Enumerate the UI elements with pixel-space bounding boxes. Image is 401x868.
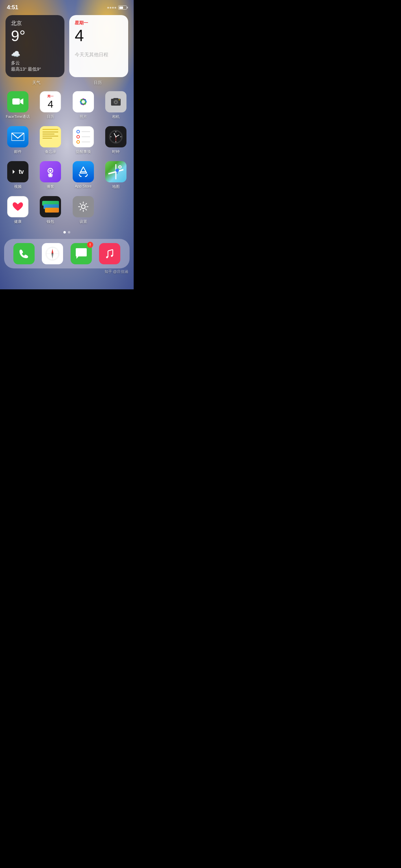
calendar-day: 4 [75, 27, 123, 45]
settings-icon [73, 196, 94, 217]
phone-dock-icon [13, 243, 35, 264]
battery-icon [118, 5, 127, 10]
wallet-label: 钱包 [47, 219, 54, 224]
app-row-1: FaceTime通话 周一 4 日历 [5, 91, 128, 119]
app-row-4: 健康 钱包 [5, 196, 128, 224]
app-empty [104, 196, 128, 224]
app-facetime[interactable]: FaceTime通话 [5, 91, 30, 119]
camera-icon [105, 91, 126, 112]
tv-icon: tv [7, 161, 28, 182]
wallet-icon [40, 196, 61, 217]
photos-label: 照片 [80, 114, 87, 119]
watermark-text: 知乎 @庄佳涵 [105, 269, 128, 274]
app-podcasts[interactable]: 播客 [38, 161, 63, 189]
dock-messages[interactable]: ! [69, 243, 94, 264]
appstore-icon [73, 161, 94, 182]
facetime-label: FaceTime通话 [6, 114, 30, 119]
clock-icon [105, 126, 126, 147]
page-dots [0, 231, 134, 233]
maps-label: 地图 [112, 184, 120, 189]
weather-range: 最高13° 最低9° [11, 66, 59, 72]
empty-slot [105, 196, 126, 217]
app-clock[interactable]: 时钟 [104, 126, 128, 154]
svg-point-30 [49, 170, 51, 172]
status-right [107, 5, 127, 10]
podcasts-icon [40, 161, 61, 182]
dock-phone[interactable] [12, 243, 36, 264]
svg-point-11 [82, 100, 85, 104]
weather-cloud-icon: ☁️ [11, 50, 59, 59]
widget-labels: 天气 日历 [0, 77, 134, 86]
svg-line-42 [80, 204, 81, 205]
app-calendar[interactable]: 周一 4 日历 [38, 91, 63, 119]
reminders-icon [73, 126, 94, 147]
appstore-label: App Store [75, 184, 92, 188]
tv-label: 视频 [14, 184, 22, 189]
music-dock-icon [99, 243, 120, 264]
photos-icon [73, 91, 94, 112]
app-health[interactable]: 健康 [5, 196, 30, 224]
messages-dock-icon: ! [71, 243, 92, 264]
health-icon [7, 196, 28, 217]
battery-fill [119, 7, 123, 9]
app-camera[interactable]: 相机 [104, 91, 128, 119]
app-maps[interactable]: 地图 [104, 161, 128, 189]
widgets-area: 北京 9° ☁️ 多云 最高13° 最低9° 星期一 4 今天无其他日程 [0, 12, 134, 77]
app-row-2: 邮件 备忘录 [5, 126, 128, 154]
app-settings[interactable]: 设置 [71, 196, 96, 224]
signal-icon [107, 7, 116, 9]
svg-line-45 [80, 209, 81, 210]
weather-widget[interactable]: 北京 9° ☁️ 多云 最高13° 最低9° [5, 15, 64, 77]
app-reminders[interactable]: 提醒事项 [71, 126, 96, 154]
page-dot-1 [63, 231, 66, 233]
reminders-label: 提醒事项 [76, 149, 91, 154]
clock-label: 时钟 [112, 149, 120, 154]
mail-icon [7, 126, 28, 147]
health-label: 健康 [14, 219, 22, 224]
calendar-label: 日历 [67, 80, 128, 86]
svg-point-14 [115, 101, 117, 103]
messages-badge: ! [87, 242, 93, 248]
svg-rect-31 [50, 173, 51, 176]
calendar-app-label: 日历 [47, 114, 54, 119]
weather-city: 北京 [11, 20, 59, 27]
app-notes[interactable]: 备忘录 [38, 126, 63, 154]
app-wallet[interactable]: 钱包 [38, 196, 63, 224]
app-grid: FaceTime通话 周一 4 日历 [0, 86, 134, 224]
podcasts-label: 播客 [47, 184, 54, 189]
svg-point-52 [52, 253, 53, 254]
app-photos[interactable]: 照片 [71, 91, 96, 119]
dock-music[interactable] [97, 243, 122, 264]
weather-label: 天气 [5, 80, 67, 86]
watermark: 知乎 @庄佳涵 [0, 268, 134, 274]
svg-point-35 [116, 169, 119, 172]
notes-label: 备忘录 [45, 149, 56, 154]
calendar-app-icon: 周一 4 [40, 91, 61, 112]
status-time: 4:51 [7, 4, 18, 11]
svg-line-55 [108, 250, 113, 251]
status-bar: 4:51 [0, 0, 134, 12]
weather-condition: 多云 [11, 60, 59, 66]
svg-line-44 [85, 204, 86, 205]
svg-marker-1 [20, 98, 23, 105]
svg-line-43 [85, 209, 86, 210]
page-dot-2 [68, 231, 70, 233]
app-tv[interactable]: tv 视频 [5, 161, 30, 189]
svg-point-28 [116, 136, 116, 137]
settings-label: 设置 [80, 219, 87, 224]
calendar-weekday: 星期一 [75, 20, 123, 26]
facetime-icon [7, 91, 28, 112]
svg-rect-16 [11, 132, 24, 142]
maps-icon [105, 161, 126, 182]
calendar-no-events: 今天无其他日程 [75, 52, 123, 58]
dock-safari[interactable] [40, 243, 65, 264]
camera-label: 相机 [112, 114, 120, 119]
svg-point-15 [119, 99, 120, 100]
notes-icon [40, 126, 61, 147]
svg-point-37 [81, 205, 85, 209]
app-mail[interactable]: 邮件 [5, 126, 30, 154]
app-appstore[interactable]: App Store [71, 161, 96, 189]
app-row-3: tv 视频 播客 [5, 161, 128, 189]
mail-label: 邮件 [14, 149, 22, 154]
calendar-widget[interactable]: 星期一 4 今天无其他日程 [69, 15, 128, 77]
